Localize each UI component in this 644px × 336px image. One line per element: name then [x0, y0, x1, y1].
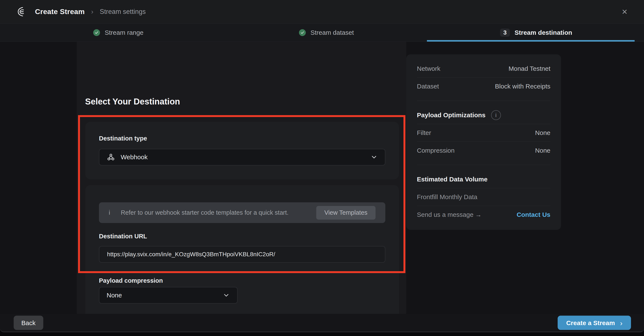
summary-row-network: Network Monad Testnet — [417, 60, 550, 78]
check-icon — [93, 29, 100, 36]
back-button[interactable]: Back — [14, 316, 43, 330]
summary-row-contact: Send us a message → Contact Us — [417, 206, 550, 224]
modal-footer: Back Create a Stream › — [0, 314, 644, 332]
summary-row-filter: Filter None — [417, 124, 550, 142]
destination-type-card: Destination type Webhook — [85, 122, 399, 179]
summary-row-frontfill: Frontfill Monthly Data — [417, 188, 550, 206]
payload-optimizations-title: Payload Optimizations — [417, 112, 486, 119]
dataset-label: Dataset — [417, 83, 439, 90]
destination-url-input[interactable] — [99, 246, 385, 263]
filter-label: Filter — [417, 129, 431, 136]
network-label: Network — [417, 65, 440, 72]
create-stream-button[interactable]: Create a Stream › — [558, 316, 631, 330]
destination-url-label: Destination URL — [99, 233, 147, 240]
webhook-settings-card: i Refer to our webhook starter code temp… — [85, 185, 399, 332]
payload-optimizations-header: Payload Optimizations i — [417, 106, 550, 124]
info-icon[interactable]: i — [491, 110, 501, 120]
summary-row-compression: Compression None — [417, 142, 550, 159]
summary-row-dataset: Dataset Block with Receipts — [417, 78, 550, 95]
create-stream-label: Create a Stream — [566, 319, 615, 326]
create-stream-modal: Create Stream › Stream settings × Stream… — [0, 0, 644, 332]
step-stream-range[interactable]: Stream range — [93, 24, 144, 42]
brand-logo-icon — [17, 6, 27, 17]
filter-value: None — [535, 129, 550, 136]
main-content: Select Your Destination Destination type… — [0, 42, 644, 314]
breadcrumb: Stream settings — [100, 8, 146, 16]
info-icon: i — [109, 209, 110, 216]
compression-value: None — [535, 147, 550, 154]
contact-us-link[interactable]: Contact Us — [517, 211, 550, 218]
modal-header: Create Stream › Stream settings × — [0, 0, 644, 24]
destination-type-value: Webhook — [121, 154, 148, 161]
banner-text: Refer to our webhook starter code templa… — [121, 209, 288, 216]
step-number-badge: 3 — [500, 28, 510, 37]
payload-compression-label: Payload compression — [99, 277, 163, 284]
destination-type-label: Destination type — [99, 135, 147, 142]
check-icon — [299, 29, 306, 36]
breadcrumb-separator-icon: › — [91, 8, 94, 16]
dataset-value: Block with Receipts — [495, 83, 550, 90]
frontfill-label: Frontfill Monthly Data — [417, 193, 477, 200]
step-label: Stream destination — [514, 29, 572, 36]
active-step-underline — [427, 40, 634, 42]
view-templates-button[interactable]: View Templates — [316, 206, 376, 220]
contact-message-label: Send us a message → — [417, 211, 482, 218]
destination-type-select[interactable]: Webhook — [99, 149, 385, 166]
chevron-down-icon — [223, 292, 230, 299]
stepper: Stream range Stream dataset 3 Stream des… — [0, 24, 644, 42]
section-divider — [417, 165, 550, 165]
chevron-right-icon: › — [620, 319, 622, 326]
estimated-volume-title: Estimated Data Volume — [417, 176, 488, 183]
webhook-icon — [106, 153, 115, 162]
step-stream-dataset[interactable]: Stream dataset — [299, 24, 354, 42]
chevron-down-icon — [370, 154, 378, 161]
network-value: Monad Testnet — [508, 65, 550, 72]
step-label: Stream range — [105, 29, 144, 36]
page-title: Create Stream — [35, 8, 85, 16]
payload-compression-select[interactable]: None — [99, 287, 238, 304]
templates-info-banner: i Refer to our webhook starter code temp… — [99, 202, 385, 223]
step-stream-destination[interactable]: 3 Stream destination — [500, 24, 572, 42]
section-heading: Select Your Destination — [85, 97, 180, 106]
estimated-volume-header: Estimated Data Volume — [417, 170, 550, 188]
stream-summary-panel: Network Monad Testnet Dataset Block with… — [406, 54, 561, 230]
compression-label: Compression — [417, 147, 455, 154]
close-icon[interactable]: × — [622, 7, 627, 16]
payload-compression-value: None — [106, 292, 122, 299]
step-label: Stream dataset — [310, 29, 354, 36]
